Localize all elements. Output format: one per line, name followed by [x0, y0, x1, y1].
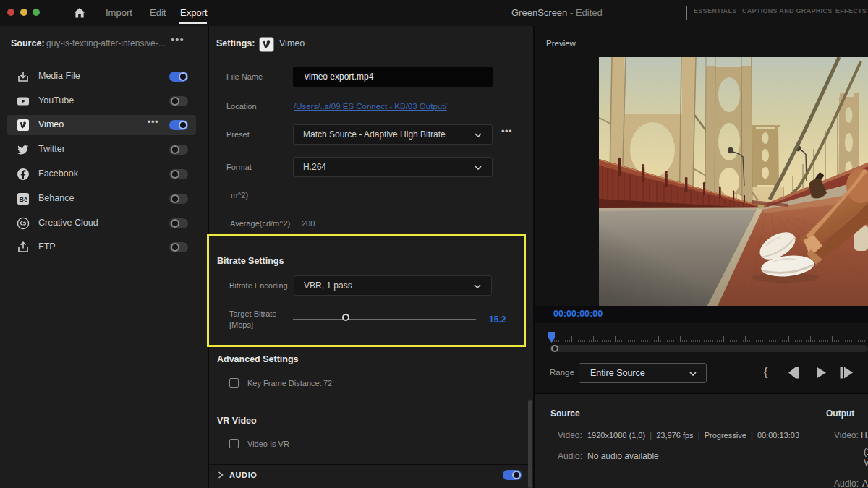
svg-text:Bē: Bē: [19, 196, 27, 203]
